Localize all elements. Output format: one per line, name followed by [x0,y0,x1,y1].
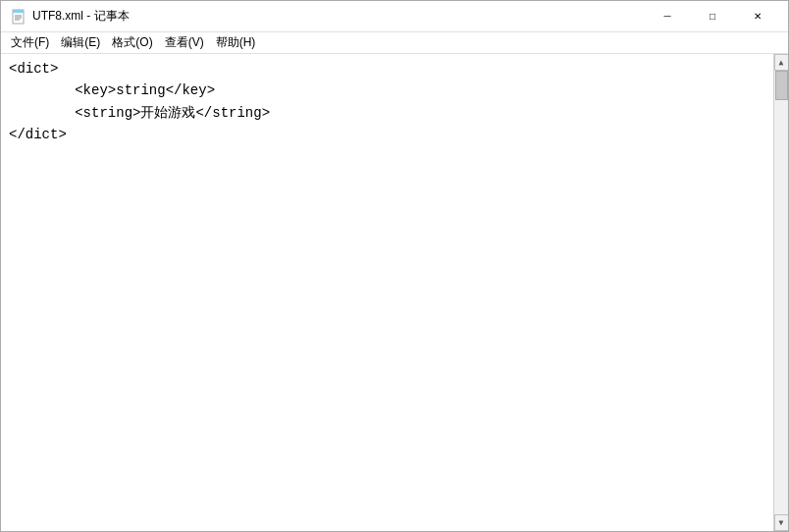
close-button[interactable]: ✕ [735,1,780,32]
menu-file[interactable]: 文件(F) [5,32,55,53]
minimize-button[interactable]: ─ [645,1,690,32]
menu-help[interactable]: 帮助(H) [210,32,262,53]
scroll-track[interactable] [774,71,788,514]
title-bar: UTF8.xml - 记事本 ─ □ ✕ [1,1,788,32]
window-controls: ─ □ ✕ [645,1,780,32]
scroll-up-arrow[interactable]: ▲ [774,54,789,71]
maximize-button[interactable]: □ [690,1,735,32]
scroll-thumb[interactable] [775,71,788,100]
window-title: UTF8.xml - 记事本 [32,8,130,25]
menu-edit[interactable]: 编辑(E) [55,32,106,53]
svg-rect-1 [13,10,24,13]
menu-format[interactable]: 格式(O) [106,32,158,53]
title-bar-left: UTF8.xml - 记事本 [11,8,130,25]
content-area: ▲ ▼ [1,54,788,531]
notepad-icon [11,9,26,25]
scroll-down-arrow[interactable]: ▼ [774,514,789,531]
notepad-window: UTF8.xml - 记事本 ─ □ ✕ 文件(F) 编辑(E) 格式(O) 查… [0,0,789,532]
text-editor[interactable] [1,54,773,531]
menu-view[interactable]: 查看(V) [159,32,210,53]
menu-bar: 文件(F) 编辑(E) 格式(O) 查看(V) 帮助(H) [1,32,788,54]
vertical-scrollbar: ▲ ▼ [773,54,788,531]
